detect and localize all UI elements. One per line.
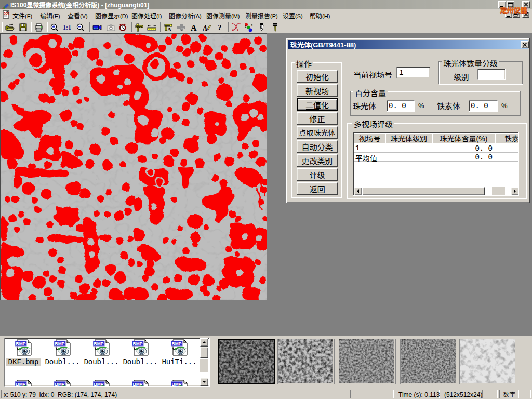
svg-text:?: ? xyxy=(218,23,222,32)
svg-text:A: A xyxy=(167,26,171,32)
svg-text:BMP: BMP xyxy=(172,341,182,347)
svg-text:DOC: DOC xyxy=(4,12,10,15)
svg-text:1:1: 1:1 xyxy=(63,24,71,31)
svg-text:A: A xyxy=(203,24,207,32)
svg-text:BMP: BMP xyxy=(55,341,65,347)
svg-text:BMP: BMP xyxy=(133,341,143,347)
svg-text:BMP: BMP xyxy=(16,341,26,347)
svg-text:A: A xyxy=(191,23,197,32)
svg-text:BMP: BMP xyxy=(94,341,104,347)
svg-text:3: 3 xyxy=(251,24,253,27)
